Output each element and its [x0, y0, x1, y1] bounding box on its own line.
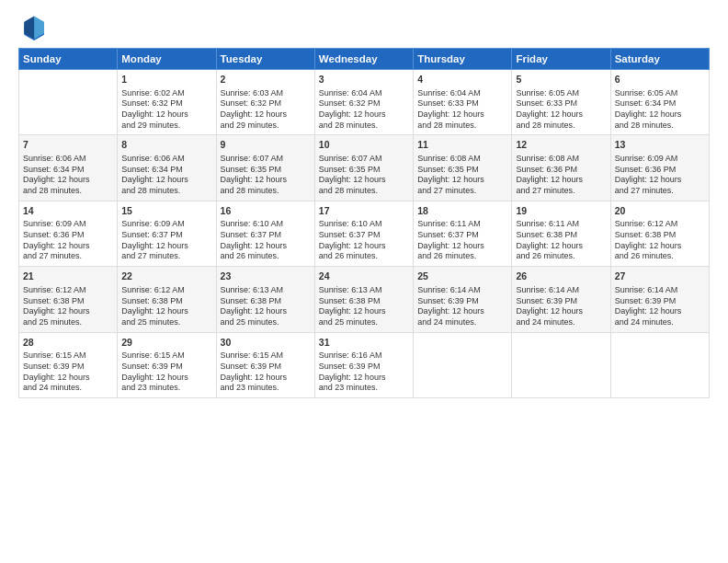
calendar-cell: [414, 332, 512, 397]
cell-info: and 28 minutes.: [417, 121, 507, 132]
cell-info: and 27 minutes.: [417, 186, 507, 197]
cell-info: and 27 minutes.: [23, 251, 113, 262]
calendar-cell: 6Sunrise: 6:05 AMSunset: 6:34 PMDaylight…: [610, 70, 709, 135]
calendar-cell: 8Sunrise: 6:06 AMSunset: 6:34 PMDaylight…: [118, 135, 216, 201]
cell-info: Daylight: 12 hours: [516, 306, 606, 317]
col-header-sunday: Sunday: [19, 49, 118, 70]
cell-info: Sunrise: 6:15 AM: [121, 350, 211, 362]
logo-icon: [18, 15, 44, 40]
cell-info: Daylight: 12 hours: [615, 306, 705, 317]
cell-info: and 26 minutes.: [417, 251, 507, 262]
day-number: 3: [319, 74, 409, 86]
cell-info: Sunset: 6:39 PM: [516, 296, 606, 307]
calendar-cell: [512, 332, 610, 397]
day-number: 1: [121, 74, 211, 86]
col-header-saturday: Saturday: [610, 49, 709, 70]
cell-info: Sunrise: 6:12 AM: [615, 219, 705, 230]
cell-info: and 26 minutes.: [319, 251, 409, 262]
calendar-cell: 13Sunrise: 6:09 AMSunset: 6:36 PMDayligh…: [610, 135, 709, 201]
cell-info: Daylight: 12 hours: [417, 175, 507, 186]
calendar-cell: 18Sunrise: 6:11 AMSunset: 6:37 PMDayligh…: [414, 201, 512, 266]
week-row-2: 7Sunrise: 6:06 AMSunset: 6:34 PMDaylight…: [19, 135, 710, 201]
cell-info: Sunrise: 6:04 AM: [417, 88, 507, 99]
day-number: 9: [221, 139, 311, 152]
cell-info: Sunrise: 6:05 AM: [516, 88, 606, 99]
calendar-cell: 12Sunrise: 6:08 AMSunset: 6:36 PMDayligh…: [512, 135, 610, 201]
cell-info: Sunrise: 6:12 AM: [23, 285, 113, 296]
day-number: 16: [221, 205, 311, 218]
cell-info: Daylight: 12 hours: [417, 241, 507, 252]
cell-info: Sunset: 6:38 PM: [23, 296, 113, 307]
cell-info: Sunrise: 6:15 AM: [221, 350, 311, 362]
cell-info: Daylight: 12 hours: [23, 306, 113, 317]
cell-info: and 24 minutes.: [23, 383, 113, 394]
calendar-cell: 17Sunrise: 6:10 AMSunset: 6:37 PMDayligh…: [314, 201, 413, 266]
cell-info: Sunrise: 6:07 AM: [221, 154, 311, 165]
cell-info: and 25 minutes.: [121, 317, 211, 328]
col-header-thursday: Thursday: [414, 49, 512, 70]
cell-info: and 26 minutes.: [221, 251, 311, 262]
cell-info: Daylight: 12 hours: [121, 175, 211, 186]
cell-info: Sunset: 6:34 PM: [23, 165, 113, 176]
cell-info: and 28 minutes.: [121, 186, 211, 197]
day-number: 21: [23, 270, 113, 283]
calendar-cell: 31Sunrise: 6:16 AMSunset: 6:39 PMDayligh…: [314, 332, 413, 397]
cell-info: and 26 minutes.: [516, 251, 606, 262]
calendar-cell: 21Sunrise: 6:12 AMSunset: 6:38 PMDayligh…: [19, 267, 118, 332]
cell-info: Sunrise: 6:08 AM: [417, 154, 507, 165]
cell-info: Sunset: 6:39 PM: [417, 296, 507, 307]
day-number: 17: [319, 205, 409, 218]
cell-info: Daylight: 12 hours: [319, 175, 409, 186]
calendar-cell: 23Sunrise: 6:13 AMSunset: 6:38 PMDayligh…: [216, 267, 314, 332]
col-header-friday: Friday: [512, 49, 610, 70]
cell-info: and 29 minutes.: [121, 121, 211, 132]
cell-info: Sunrise: 6:12 AM: [121, 285, 211, 296]
cell-info: Daylight: 12 hours: [615, 241, 705, 252]
day-number: 4: [417, 74, 507, 86]
cell-info: Daylight: 12 hours: [615, 175, 705, 186]
cell-info: Sunrise: 6:14 AM: [516, 285, 606, 296]
calendar-cell: 24Sunrise: 6:13 AMSunset: 6:38 PMDayligh…: [314, 267, 413, 332]
cell-info: Sunset: 6:37 PM: [221, 230, 311, 241]
calendar-cell: 16Sunrise: 6:10 AMSunset: 6:37 PMDayligh…: [216, 201, 314, 266]
cell-info: Daylight: 12 hours: [221, 241, 311, 252]
cell-info: Sunset: 6:35 PM: [417, 165, 507, 176]
calendar-cell: 20Sunrise: 6:12 AMSunset: 6:38 PMDayligh…: [610, 201, 709, 266]
logo: [18, 15, 48, 40]
cell-info: Sunset: 6:38 PM: [121, 296, 211, 307]
calendar-cell: 5Sunrise: 6:05 AMSunset: 6:33 PMDaylight…: [512, 70, 610, 135]
cell-info: Sunrise: 6:04 AM: [319, 88, 409, 99]
cell-info: and 25 minutes.: [319, 317, 409, 328]
cell-info: Daylight: 12 hours: [319, 241, 409, 252]
cell-info: Sunrise: 6:10 AM: [319, 219, 409, 230]
week-row-4: 21Sunrise: 6:12 AMSunset: 6:38 PMDayligh…: [19, 267, 710, 332]
cell-info: Daylight: 12 hours: [121, 109, 211, 121]
cell-info: Sunrise: 6:14 AM: [615, 285, 705, 296]
day-number: 18: [417, 205, 507, 218]
cell-info: Daylight: 12 hours: [23, 175, 113, 186]
cell-info: Sunset: 6:39 PM: [615, 296, 705, 307]
day-number: 25: [417, 270, 507, 283]
cell-info: Sunrise: 6:07 AM: [319, 154, 409, 165]
cell-info: Sunrise: 6:08 AM: [516, 154, 606, 165]
cell-info: Sunrise: 6:13 AM: [319, 285, 409, 296]
day-number: 29: [121, 337, 211, 350]
page: SundayMondayTuesdayWednesdayThursdayFrid…: [0, 0, 728, 563]
day-number: 30: [221, 337, 311, 350]
cell-info: Sunset: 6:35 PM: [319, 165, 409, 176]
calendar-cell: 30Sunrise: 6:15 AMSunset: 6:39 PMDayligh…: [216, 332, 314, 397]
cell-info: and 28 minutes.: [516, 121, 606, 132]
cell-info: Daylight: 12 hours: [221, 109, 311, 121]
cell-info: and 24 minutes.: [516, 317, 606, 328]
calendar-cell: 27Sunrise: 6:14 AMSunset: 6:39 PMDayligh…: [610, 267, 709, 332]
col-header-monday: Monday: [118, 49, 216, 70]
cell-info: Sunrise: 6:05 AM: [615, 88, 705, 99]
cell-info: Sunrise: 6:06 AM: [23, 154, 113, 165]
calendar-cell: 28Sunrise: 6:15 AMSunset: 6:39 PMDayligh…: [19, 332, 118, 397]
day-number: 10: [319, 139, 409, 152]
cell-info: Sunset: 6:38 PM: [319, 296, 409, 307]
cell-info: Daylight: 12 hours: [121, 241, 211, 252]
day-number: 24: [319, 270, 409, 283]
cell-info: Sunrise: 6:09 AM: [615, 154, 705, 165]
day-number: 15: [121, 205, 211, 218]
